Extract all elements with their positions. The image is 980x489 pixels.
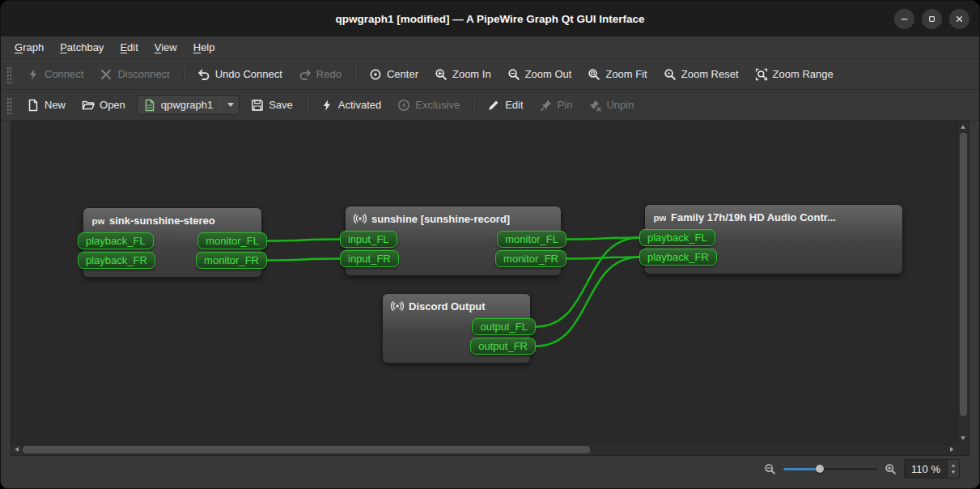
svg-text:pw: pw [654,213,667,223]
zoom-spin-arrows [947,460,959,478]
connection-sink-monitor_FL-to-sunshine-input_FL[interactable] [267,240,340,241]
activated-icon [320,99,333,112]
exclusive-icon [397,99,410,112]
port-output_FL[interactable]: output_FL [472,318,536,335]
node-sunshine[interactable]: sunshine [sunshine-record]input_FLinput_… [345,206,562,276]
node-header: sunshine [sunshine-record] [346,206,561,228]
node-family[interactable]: pwFamily 17h/19h HD Audio Contr...playba… [644,204,903,274]
undo-connect-button[interactable]: Undo Connect [190,64,290,85]
save-button[interactable]: Save [244,95,300,116]
port-monitor_FR[interactable]: monitor_FR [196,252,267,269]
zoom-fit-button[interactable]: Zoom Fit [580,64,654,85]
scroll-down-arrow[interactable] [960,435,966,441]
zoom-out-button[interactable]: Zoom Out [500,64,579,85]
graph-canvas[interactable]: pwsink-sunshine-stereoplayback_FLplaybac… [11,121,957,444]
zoom-range-icon [755,68,768,81]
unpin-button-label: Unpin [606,99,634,111]
redo-button[interactable]: Redo [291,64,349,85]
edit-icon [487,99,500,112]
scroll-right-arrow[interactable] [948,446,955,453]
monitor-icon [391,300,404,313]
combo-divider [219,99,220,112]
menu-graph[interactable]: Graph [7,38,51,57]
port-input_FR[interactable]: input_FR [340,250,399,267]
port-playback_FL[interactable]: playback_FL [78,232,154,249]
minimize-icon [899,14,910,24]
toolbar-separator [306,96,308,114]
zoom-range-button[interactable]: Zoom Range [748,64,841,85]
zoom-out-icon[interactable] [764,463,776,475]
patchbay-combo[interactable]: qpwgraph1 [137,96,240,115]
connection-sunshine-monitor_FL-to-family-playback_FL[interactable] [566,238,639,240]
zoom-in-icon[interactable] [885,463,897,475]
exclusive-button-label: Exclusive [415,99,460,111]
zoom-in-button[interactable]: Zoom In [427,64,498,85]
zoom-spinbox[interactable]: 110 % [904,459,960,478]
center-button[interactable]: Center [362,64,426,85]
node-sink[interactable]: pwsink-sunshine-stereoplayback_FLplaybac… [83,207,262,278]
zoom-out-icon [507,68,520,81]
connection-sink-monitor_FR-to-sunshine-input_FR[interactable] [267,259,340,261]
close-button[interactable] [949,9,969,29]
scroll-up-arrow[interactable] [960,124,966,130]
activated-button[interactable]: Activated [313,95,388,116]
activated-button-label: Activated [338,99,381,111]
spin-up-arrow[interactable] [950,463,957,468]
port-monitor_FR[interactable]: monitor_FR [495,250,566,267]
port-playback_FR[interactable]: playback_FR [639,249,717,266]
zoom-reset-button[interactable]: Zoom Reset [656,64,746,85]
node-discord[interactable]: Discord Outputoutput_FLoutput_FR [382,293,531,364]
disconnect-button-label: Disconnect [117,68,169,80]
zoom-value: 110 % [905,460,947,478]
menu-edit[interactable]: Edit [112,38,145,57]
save-button-label: Save [269,99,293,111]
port-playback_FL[interactable]: playback_FL [639,229,715,246]
port-monitor_FL[interactable]: monitor_FL [197,232,267,249]
port-output_FR[interactable]: output_FR [470,338,536,355]
node-title: sink-sunshine-stereo [109,215,215,227]
minimize-button[interactable] [894,9,914,29]
edit-button[interactable]: Edit [480,95,530,116]
window-title: qpwgraph1 [modified] — A PipeWire Graph … [335,13,644,25]
zoom-out-button-label: Zoom Out [525,68,572,80]
toolbar-grip[interactable] [6,66,12,83]
zoom-fit-icon [588,68,600,81]
zoom-slider-thumb[interactable] [816,465,824,473]
horizontal-scrollbar-thumb[interactable] [23,446,590,453]
unpin-button[interactable]: Unpin [581,95,641,116]
undo-connect-button-label: Undo Connect [215,68,282,80]
pin-button-label: Pin [558,99,573,111]
port-monitor_FL[interactable]: monitor_FL [497,231,566,248]
unpin-icon [588,99,601,112]
vertical-scrollbar[interactable] [957,121,969,444]
spin-down-arrow[interactable] [950,470,957,474]
titlebar[interactable]: qpwgraph1 [modified] — A PipeWire Graph … [1,1,979,36]
toolbar-grip[interactable] [6,96,12,114]
menu-view[interactable]: View [147,38,185,57]
zoom-fit-button-label: Zoom Fit [605,68,647,80]
maximize-icon [927,14,937,24]
connect-icon [27,68,40,81]
zoom-slider[interactable] [783,462,877,475]
menu-patchbay[interactable]: Patchbay [53,38,111,57]
node-title: Family 17h/19h HD Audio Contr... [671,211,836,223]
vertical-scrollbar-thumb[interactable] [960,133,967,416]
horizontal-scrollbar[interactable] [11,444,957,455]
exclusive-button[interactable]: Exclusive [390,95,467,116]
open-button[interactable]: Open [74,95,133,116]
zoom-in-button-label: Zoom In [452,68,491,80]
toolbar-main: ConnectDisconnectUndo ConnectRedoCenterZ… [1,59,979,90]
node-title: Discord Output [409,300,486,313]
disconnect-button[interactable]: Disconnect [92,64,176,85]
port-playback_FR[interactable]: playback_FR [78,252,155,269]
port-input_FL[interactable]: input_FL [340,231,397,248]
connect-button[interactable]: Connect [19,64,91,85]
connection-sunshine-monitor_FR-to-family-playback_FR[interactable] [566,257,639,259]
pin-button[interactable]: Pin [532,95,580,116]
maximize-button[interactable] [922,9,942,29]
scroll-left-arrow[interactable] [14,446,20,453]
zoom-in-icon [435,68,448,81]
chevron-down-icon [227,103,234,107]
menu-help[interactable]: Help [186,38,223,57]
new-button[interactable]: New [19,95,73,116]
